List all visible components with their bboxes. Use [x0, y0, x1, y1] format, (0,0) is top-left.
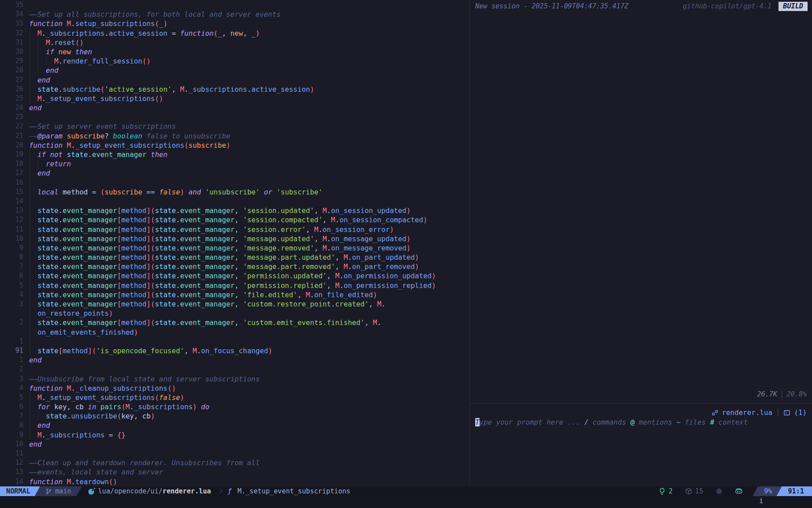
code-text: ——Clean up and teardown renderer. Unsubs… [29, 458, 260, 467]
line-number: 5 [0, 393, 29, 402]
code-line[interactable]: 2 state.event_manager[method](state.even… [0, 318, 469, 327]
stats-separator: | [777, 390, 786, 398]
indent-guide [30, 281, 30, 290]
gear-icon[interactable] [715, 488, 723, 495]
code-line[interactable]: 19 if not state.event_manager then [0, 150, 469, 159]
code-line[interactable]: 1end [0, 355, 469, 365]
code-line[interactable]: 5 state.event_manager[method](state.even… [0, 281, 469, 290]
code-line[interactable]: 6 state.event_manager[method](state.even… [0, 271, 469, 280]
statusline-spacer [350, 486, 659, 496]
code-line[interactable]: 30 if new then [0, 47, 469, 56]
context-percent: 20.8% [786, 390, 807, 398]
code-line[interactable]: 4 state.event_manager[method](state.even… [0, 290, 469, 299]
code-line[interactable]: 34——Set up all subscriptions, for both l… [0, 10, 469, 19]
line-number: 19 [0, 150, 29, 159]
code-text: state.event_manager[method](state.event_… [29, 243, 411, 253]
code-line[interactable]: 23 [0, 112, 469, 122]
code-line[interactable]: 13 state.event_manager[method](state.eve… [0, 206, 469, 215]
code-line[interactable]: 8 state.event_manager[method](state.even… [0, 253, 469, 262]
line-number: 6 [0, 271, 29, 280]
line-number: 14 [0, 197, 29, 206]
code-text: ——Set up server event subscriptions [29, 122, 176, 131]
code-line[interactable]: 9 state.event_manager[method](state.even… [0, 243, 469, 253]
code-line[interactable]: 15 local method = (subscribe == false) a… [0, 187, 469, 197]
prompt-input[interactable]: Type your prompt here ... / commands @ m… [470, 418, 812, 427]
code-line[interactable]: 26 state.subscribe('active_session', M._… [0, 85, 469, 94]
code-line[interactable]: 14 [0, 197, 469, 206]
prompt-divider [470, 403, 812, 403]
statusline-right: 2 15 9% 91:1 [659, 486, 812, 496]
code-text: M._subscriptions.active_session = functi… [29, 29, 260, 38]
code-line[interactable]: 13——events, local state and server [0, 467, 469, 477]
code-line[interactable]: 3——Unsubscribe from local state and serv… [0, 374, 469, 384]
code-editor-pane[interactable]: 3534——Set up all subscriptions, for both… [0, 0, 469, 486]
breadcrumb[interactable]: lua/opencode/ui/renderer.lua ƒ M._setup_… [88, 486, 350, 496]
copilot-icon[interactable] [735, 488, 743, 495]
code-text: if not state.event_manager then [29, 150, 168, 159]
code-text: function M.teardown() [29, 477, 117, 486]
code-line[interactable]: 7 state.event_manager[method](state.even… [0, 262, 469, 271]
indent-guide [30, 299, 30, 309]
code-line[interactable]: 5 M._setup_event_subscriptions(false) [0, 393, 469, 402]
status-icons: 2 15 [659, 486, 752, 496]
code-line[interactable]: 2 [0, 365, 469, 374]
code-line[interactable]: 1 [0, 337, 469, 346]
line-number: 22 [0, 122, 29, 131]
code-line[interactable]: 22——Set up server event subscriptions [0, 122, 469, 131]
cursor-position: 91:1 [788, 486, 804, 496]
code-line[interactable]: 12——Clean up and teardown renderer. Unsu… [0, 458, 469, 467]
code-line[interactable]: 6 for key, cb in pairs(M._subscriptions)… [0, 402, 469, 411]
code-line[interactable]: 10end [0, 440, 469, 449]
code-line[interactable]: 11 [0, 449, 469, 458]
code-line[interactable]: 9 M._subscriptions = {} [0, 430, 469, 440]
line-number: 13 [0, 467, 29, 477]
indent-guide [30, 309, 30, 318]
git-branch-icon [45, 488, 52, 495]
indent-guide [30, 159, 30, 168]
code-text: ——events, local state and server [29, 467, 163, 477]
indent-guide [30, 402, 30, 411]
code-text: state.event_manager[method](state.event_… [29, 318, 381, 327]
code-line[interactable]: on_emit_events_finished) [0, 328, 469, 337]
code-line[interactable]: 24end [0, 103, 469, 112]
code-line[interactable]: 91 state[method]('is_opencode_focused', … [0, 346, 469, 355]
code-text: end [29, 103, 42, 112]
code-line[interactable]: 14function M.teardown() [0, 477, 469, 486]
code-line[interactable]: 8 end [0, 421, 469, 430]
code-line[interactable]: 31 M.reset() [0, 38, 469, 47]
line-number: 16 [0, 178, 29, 187]
code-text: M._setup_event_subscriptions() [29, 94, 163, 103]
code-line[interactable]: 20function M._setup_event_subscriptions(… [0, 141, 469, 150]
code-line[interactable]: 18 return [0, 159, 469, 168]
code-line[interactable]: 32 M._subscriptions.active_session = fun… [0, 29, 469, 38]
code-line[interactable]: 29 M.render_full_session() [0, 56, 469, 66]
session-winbar: New session - 2025-11-09T04:47:35.417Z g… [470, 0, 812, 11]
code-line[interactable]: 12 state.event_manager[method](state.eve… [0, 215, 469, 224]
statusline: NORMAL main lua/opencode/ui/renderer.lua [0, 486, 812, 496]
lightbulb-icon[interactable] [659, 488, 666, 495]
line-number: 28 [0, 66, 29, 75]
prompt-placeholder-text: ype your prompt here ... [480, 418, 585, 426]
code-line[interactable]: 25 M._setup_event_subscriptions() [0, 94, 469, 103]
code-line[interactable]: 27 end [0, 75, 469, 85]
code-line[interactable]: 16 [0, 178, 469, 187]
session-title: New session - 2025-11-09T04:47:35.417Z [475, 2, 628, 10]
code-line[interactable]: 17 end [0, 168, 469, 178]
code-line[interactable]: on_restore_points) [0, 309, 469, 318]
code-line[interactable]: 35 [0, 0, 469, 10]
indent-guide [38, 47, 38, 56]
code-line[interactable]: 4function M._cleanup_subscriptions() [0, 384, 469, 393]
code-text: state.event_manager[method](state.event_… [29, 215, 428, 224]
code-line[interactable]: 3 state.event_manager[method](state.even… [0, 299, 469, 309]
code-line[interactable]: 21——@param subscribe? boolean false to u… [0, 131, 469, 141]
code-area[interactable]: 3534——Set up all subscriptions, for both… [0, 0, 469, 486]
package-icon [685, 488, 692, 495]
code-line[interactable]: 7 state.unsubscribe(key, cb) [0, 411, 469, 421]
attached-file-name[interactable]: renderer.lua [722, 408, 772, 417]
code-text: state.event_manager[method](state.event_… [29, 253, 419, 262]
code-line[interactable]: 33function M.setup_subscriptions(_) [0, 19, 469, 28]
code-line[interactable]: 11 state.event_manager[method](state.eve… [0, 225, 469, 234]
code-line[interactable]: 10 state.event_manager[method](state.eve… [0, 234, 469, 243]
code-text: function M.setup_subscriptions(_) [29, 19, 168, 28]
code-line[interactable]: 28 end [0, 66, 469, 75]
